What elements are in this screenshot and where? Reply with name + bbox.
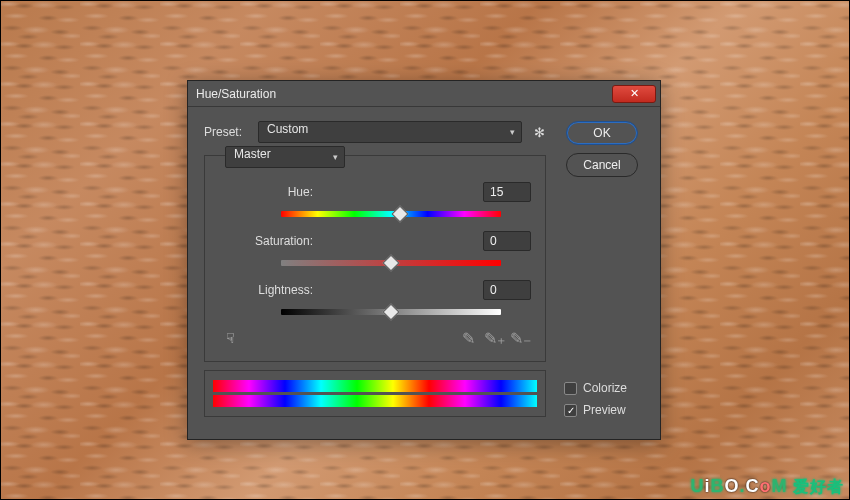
colorize-checkbox[interactable]: Colorize (564, 381, 627, 395)
hue-input[interactable]: 15 (483, 182, 531, 202)
eyedropper-icon[interactable]: ✎ (459, 329, 477, 347)
hue-slider[interactable] (281, 205, 501, 223)
dialog-titlebar[interactable]: Hue/Saturation ✕ (188, 81, 660, 107)
dialog-right-column: OK Cancel Colorize Preview (560, 121, 644, 417)
chevron-down-icon: ▾ (333, 152, 338, 162)
checkbox-icon (564, 382, 577, 395)
eyedropper-group: ✎ ✎₊ ✎₋ (459, 329, 529, 347)
canvas-background: Hue/Saturation ✕ Preset: Custom ▾ ✻ (0, 0, 850, 500)
targeted-adjust-icon[interactable]: ☟ (221, 329, 239, 347)
lightness-thumb[interactable] (383, 304, 400, 321)
dialog-left-column: Preset: Custom ▾ ✻ Master ▾ (204, 121, 546, 417)
lightness-input[interactable]: 0 (483, 280, 531, 300)
preview-label: Preview (583, 403, 626, 417)
chevron-down-icon: ▾ (510, 127, 515, 137)
lightness-row: Lightness: 0 (219, 280, 531, 300)
hue-saturation-dialog: Hue/Saturation ✕ Preset: Custom ▾ ✻ (187, 80, 661, 440)
gear-icon[interactable]: ✻ (532, 125, 546, 139)
spectrum-box (204, 370, 546, 417)
hue-thumb[interactable] (391, 206, 408, 223)
checkbox-checked-icon (564, 404, 577, 417)
adjust-panel: Master ▾ Hue: 15 (204, 155, 546, 362)
dialog-body: Preset: Custom ▾ ✻ Master ▾ (188, 107, 660, 429)
preset-value: Custom (267, 122, 308, 136)
saturation-input[interactable]: 0 (483, 231, 531, 251)
slider-group: Hue: 15 Saturation: 0 (219, 182, 531, 321)
spectrum-output (213, 395, 537, 407)
preview-checkbox[interactable]: Preview (564, 403, 626, 417)
saturation-row: Saturation: 0 (219, 231, 531, 251)
channel-value: Master (234, 147, 271, 161)
saturation-slider[interactable] (281, 254, 501, 272)
eyedropper-add-icon[interactable]: ✎₊ (485, 329, 503, 347)
watermark: UiBO.CoM 爱好者 (691, 476, 845, 498)
preset-dropdown[interactable]: Custom ▾ (258, 121, 522, 143)
ok-button[interactable]: OK (566, 121, 638, 145)
dialog-title: Hue/Saturation (196, 87, 612, 101)
lightness-slider[interactable] (281, 303, 501, 321)
cancel-button[interactable]: Cancel (566, 153, 638, 177)
saturation-label: Saturation: (219, 234, 313, 248)
hue-row: Hue: 15 (219, 182, 531, 202)
preset-row: Preset: Custom ▾ ✻ (204, 121, 546, 143)
close-button[interactable]: ✕ (612, 85, 656, 103)
preset-label: Preset: (204, 125, 248, 139)
lightness-label: Lightness: (219, 283, 313, 297)
saturation-thumb[interactable] (383, 255, 400, 272)
colorize-label: Colorize (583, 381, 627, 395)
close-icon: ✕ (630, 87, 639, 100)
spectrum-input[interactable] (213, 380, 537, 392)
tool-row: ☟ ✎ ✎₊ ✎₋ (219, 329, 531, 347)
channel-dropdown[interactable]: Master ▾ (225, 146, 345, 168)
eyedropper-subtract-icon[interactable]: ✎₋ (511, 329, 529, 347)
hue-label: Hue: (219, 185, 313, 199)
